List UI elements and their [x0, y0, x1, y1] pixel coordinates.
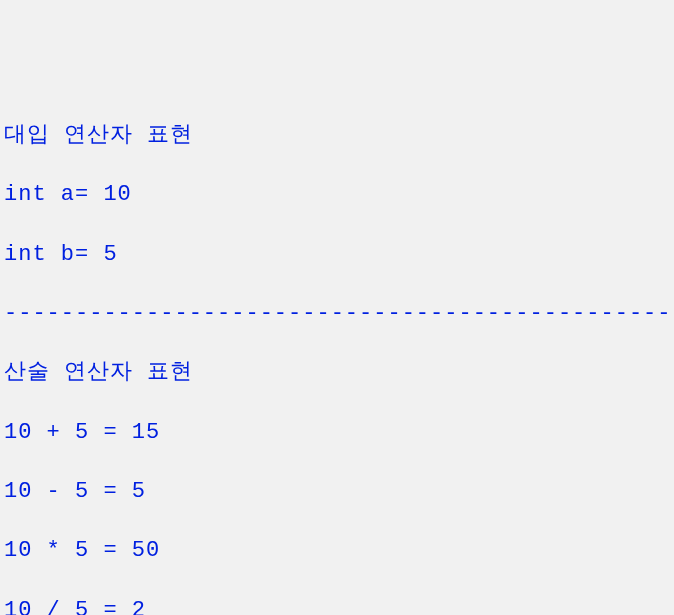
output-line: 10 / 5 = 2 [4, 596, 670, 615]
output-line: int b= 5 [4, 240, 670, 270]
divider-line: ----------------------------------------… [4, 299, 670, 329]
output-line: 10 * 5 = 50 [4, 536, 670, 566]
output-line: 10 - 5 = 5 [4, 477, 670, 507]
section1-title: 대입 연산자 표현 [4, 121, 670, 151]
output-line: 10 + 5 = 15 [4, 418, 670, 448]
section2-title: 산술 연산자 표현 [4, 358, 670, 388]
output-line: int a= 10 [4, 180, 670, 210]
